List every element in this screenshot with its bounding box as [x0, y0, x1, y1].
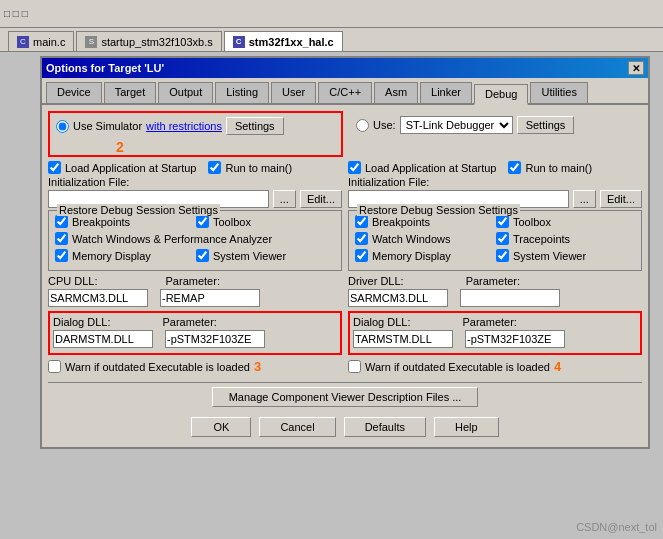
right-driver-dll-section: Driver DLL: Parameter: [348, 275, 642, 307]
right-warn-checkbox[interactable] [348, 360, 361, 373]
left-sv-row: System Viewer [196, 249, 335, 262]
tab-output[interactable]: Output [158, 82, 213, 103]
left-load-check-row: Load Application at Startup Run to main(… [48, 161, 342, 174]
sim-settings-button[interactable]: Settings [226, 117, 284, 135]
help-button[interactable]: Help [434, 417, 499, 437]
left-watch-row: Watch Windows & Performance Analyzer [55, 232, 335, 245]
left-sv-label: System Viewer [213, 250, 286, 262]
manage-button[interactable]: Manage Component Viewer Description File… [212, 387, 479, 407]
right-toolbox-row: Toolbox [496, 215, 635, 228]
left-dialog-dll-labels: Dialog DLL: Parameter: [53, 316, 337, 328]
right-warn-row: Warn if outdated Executable is loaded 4 [348, 359, 642, 374]
simulator-box: Use Simulator with restrictions Settings… [48, 111, 343, 157]
right-bp-label: Breakpoints [372, 216, 430, 228]
tab-utilities[interactable]: Utilities [530, 82, 587, 103]
right-load-label: Load Application at Startup [365, 162, 496, 174]
dialog-title: Options for Target 'LU' [46, 62, 628, 74]
right-dialog-dll-labels: Dialog DLL: Parameter: [353, 316, 637, 328]
bottom-buttons: OK Cancel Defaults Help [48, 413, 642, 441]
tab-target[interactable]: Target [104, 82, 157, 103]
left-browse-button[interactable]: ... [273, 190, 296, 208]
right-driver-dll-inputs [348, 289, 642, 307]
left-cpu-dll-input[interactable] [48, 289, 148, 307]
left-column: Load Application at Startup Run to main(… [48, 161, 342, 378]
right-trace-checkbox[interactable] [496, 232, 509, 245]
left-sv-checkbox[interactable] [196, 249, 209, 262]
right-driver-dll-input[interactable] [348, 289, 448, 307]
main-content: Options for Target 'LU' ✕ Device Target … [0, 52, 663, 539]
left-restore-group: Restore Debug Session Settings Breakpoin… [48, 210, 342, 271]
left-cpu-param-input[interactable] [160, 289, 260, 307]
right-driver-param-input[interactable] [460, 289, 560, 307]
right-warn-label: Warn if outdated Executable is loaded [365, 361, 550, 373]
dialog-tab-strip: Device Target Output Listing User C/C++ … [42, 78, 648, 105]
left-dialog-dll-inputs [53, 330, 337, 348]
right-driver-dll-labels: Driver DLL: Parameter: [348, 275, 642, 287]
left-cpu-dll-label: CPU DLL: [48, 275, 98, 287]
left-edit-button[interactable]: Edit... [300, 190, 342, 208]
cancel-button[interactable]: Cancel [259, 417, 335, 437]
tab-cpp[interactable]: C/C++ [318, 82, 372, 103]
right-toolbox-checkbox[interactable] [496, 215, 509, 228]
left-toolbox-row: Toolbox [196, 215, 335, 228]
right-watch-label: Watch Windows [372, 233, 450, 245]
restrictions-link[interactable]: with restrictions [146, 120, 222, 132]
tab-debug[interactable]: Debug [474, 84, 528, 105]
right-load-check-row: Load Application at Startup Run to main(… [348, 161, 642, 174]
right-edit-button[interactable]: Edit... [600, 190, 642, 208]
options-dialog: Options for Target 'LU' ✕ Device Target … [40, 56, 650, 449]
left-cpu-dll-inputs [48, 289, 342, 307]
right-sv-checkbox[interactable] [496, 249, 509, 262]
right-browse-button[interactable]: ... [573, 190, 596, 208]
right-load-checkbox[interactable] [348, 161, 361, 174]
left-mem-row: Memory Display [55, 249, 194, 262]
top-section: Use Simulator with restrictions Settings… [48, 111, 642, 157]
ok-button[interactable]: OK [191, 417, 251, 437]
left-dialog-dll-input[interactable] [53, 330, 153, 348]
right-bp-checkbox[interactable] [355, 215, 368, 228]
right-restore-group: Restore Debug Session Settings Breakpoin… [348, 210, 642, 271]
left-restore-grid: Breakpoints Toolbox Watch Windows & Perf… [55, 215, 335, 264]
debugger-radio[interactable] [356, 119, 369, 132]
tab-main-c[interactable]: C main.c [8, 31, 74, 51]
left-watch-checkbox[interactable] [55, 232, 68, 245]
left-cpu-dll-labels: CPU DLL: Parameter: [48, 275, 342, 287]
right-mem-checkbox[interactable] [355, 249, 368, 262]
left-load-label: Load Application at Startup [65, 162, 196, 174]
right-dialog-param-label: Parameter: [462, 316, 516, 328]
left-cpu-dll-section: CPU DLL: Parameter: [48, 275, 342, 307]
simulator-label: Use Simulator [73, 120, 142, 132]
right-mem-label: Memory Display [372, 250, 451, 262]
tab-asm[interactable]: Asm [374, 82, 418, 103]
left-dialog-param-input[interactable] [165, 330, 265, 348]
left-bp-checkbox[interactable] [55, 215, 68, 228]
close-button[interactable]: ✕ [628, 61, 644, 75]
tab-hal[interactable]: C stm32f1xx_hal.c [224, 31, 343, 51]
debug-settings-button[interactable]: Settings [517, 116, 575, 134]
right-dialog-param-input[interactable] [465, 330, 565, 348]
two-column-area: Load Application at Startup Run to main(… [48, 161, 642, 378]
left-run-checkbox[interactable] [208, 161, 221, 174]
right-dialog-dll-input[interactable] [353, 330, 453, 348]
file-icon-2: S [85, 36, 97, 48]
right-watch-checkbox[interactable] [355, 232, 368, 245]
left-mem-checkbox[interactable] [55, 249, 68, 262]
defaults-button[interactable]: Defaults [344, 417, 426, 437]
tab-linker[interactable]: Linker [420, 82, 472, 103]
separator [48, 382, 642, 383]
tab-device[interactable]: Device [46, 82, 102, 103]
left-dialog-param-label: Parameter: [162, 316, 216, 328]
debugger-select[interactable]: ST-Link Debugger [400, 116, 513, 134]
left-warn-checkbox[interactable] [48, 360, 61, 373]
simulator-radio[interactable] [56, 120, 69, 133]
right-driver-dll-label: Driver DLL: [348, 275, 404, 287]
left-init-label: Initialization File: [48, 176, 342, 188]
right-dialog-dll-label: Dialog DLL: [353, 316, 410, 328]
right-run-checkbox[interactable] [508, 161, 521, 174]
right-trace-row: Tracepoints [496, 232, 635, 245]
tab-listing[interactable]: Listing [215, 82, 269, 103]
tab-startup[interactable]: S startup_stm32f103xb.s [76, 31, 221, 51]
tab-user[interactable]: User [271, 82, 316, 103]
left-toolbox-checkbox[interactable] [196, 215, 209, 228]
left-load-checkbox[interactable] [48, 161, 61, 174]
